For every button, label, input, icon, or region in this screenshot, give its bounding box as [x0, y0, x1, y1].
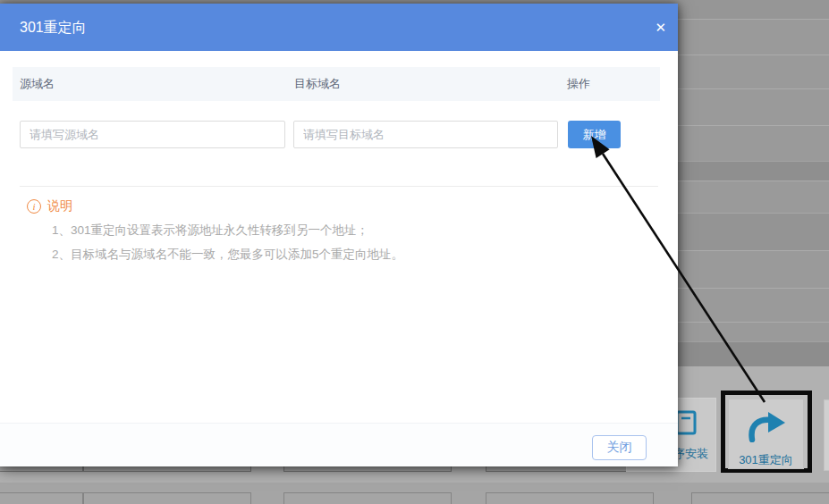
table-header-row: 源域名 目标域名 操作: [13, 67, 660, 101]
dimmed-card: [0, 492, 83, 504]
bg-card-partial[interactable]: [824, 399, 829, 471]
source-domain-input[interactable]: [20, 121, 285, 148]
dimmed-card: [691, 492, 829, 504]
close-button[interactable]: 关闭: [592, 435, 647, 460]
close-icon[interactable]: ✕: [655, 4, 666, 51]
dimmed-card: [486, 492, 654, 504]
target-domain-input[interactable]: [293, 121, 558, 148]
redirect-arrow-icon: [745, 409, 788, 442]
modal-footer: 关闭: [0, 423, 678, 466]
column-header-operation: 操作: [567, 67, 590, 101]
notice-item: 1、301重定向设置表示将源地址永久性转移到另一个地址；: [52, 223, 368, 239]
dimmed-card: [83, 492, 251, 504]
modal-header: 301重定向 ✕: [0, 4, 678, 51]
modal-title: 301重定向: [20, 4, 87, 51]
modal-301-redirect: 301重定向 ✕ 源域名 目标域名 操作 新增 i 说明 1、301重定向设置表…: [0, 4, 678, 466]
bg-card-301-redirect[interactable]: 301重定向: [728, 399, 804, 469]
dimmed-card: [283, 492, 452, 504]
annotation-highlight-box: 301重定向: [721, 391, 812, 473]
divider: [20, 186, 658, 187]
page: { "colors": { "modal_header_bg": "#5789d…: [0, 0, 829, 504]
column-header-source-domain: 源域名: [20, 67, 55, 101]
column-header-target-domain: 目标域名: [294, 67, 341, 101]
info-icon: i: [27, 199, 41, 214]
notice-item: 2、目标域名与源域名不能一致，您最多可以添加5个重定向地址。: [52, 247, 403, 263]
bg-card-label: 301重定向: [739, 452, 793, 468]
notice-title: 说明: [47, 198, 72, 214]
add-button[interactable]: 新增: [568, 121, 621, 148]
